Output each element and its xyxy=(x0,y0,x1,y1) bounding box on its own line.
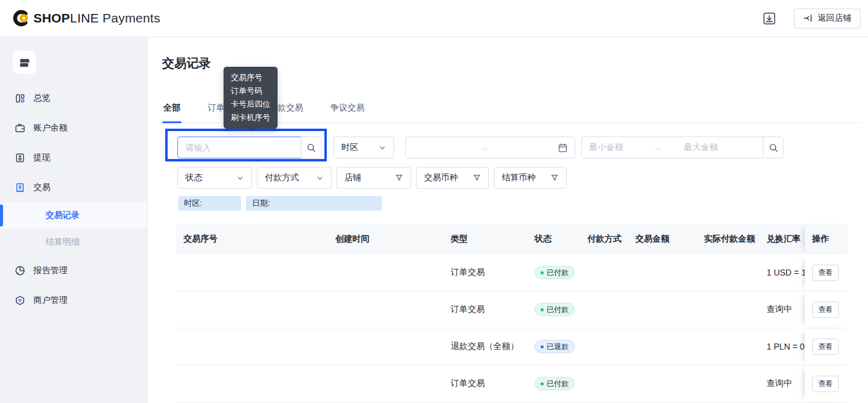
amount-range-input[interactable]: 最小金额 → 最大金额 xyxy=(581,137,764,158)
timezone-tag: 时区: xyxy=(178,196,241,211)
filter-buttons-row: 状态 付款方式 店铺 交易币种 xyxy=(177,167,868,189)
search-filter-row: 时区 → 最小金额 → 最大金额 xyxy=(177,137,868,158)
search-field-tooltip: 交易序号 订单号码 卡号后四位 刷卡机序号 xyxy=(224,67,278,129)
overview-icon xyxy=(15,93,26,104)
shopline-payments-logo: SHOPLINE Payments xyxy=(12,10,160,27)
col-payment-method: 付款方式 xyxy=(580,234,628,245)
calendar-icon xyxy=(558,143,568,153)
cell-type: 订单交易 xyxy=(443,304,527,315)
col-transaction-id: 交易序号 xyxy=(176,234,328,245)
cell-type: 退款交易（全额） xyxy=(443,341,527,352)
tab-all[interactable]: 全部 xyxy=(162,93,182,123)
top-bar: SHOPLINE Payments 返回店铺 xyxy=(0,0,868,37)
sidebar-item-merchant-management[interactable]: 商户管理 xyxy=(0,285,147,315)
amount-search-button[interactable] xyxy=(763,137,784,158)
search-button[interactable] xyxy=(301,137,322,158)
search-input[interactable] xyxy=(177,137,301,158)
sidebar-item-report-management[interactable]: 报告管理 xyxy=(0,256,147,285)
date-tag: 日期: xyxy=(246,196,382,211)
applied-filter-tags: 时区: 日期: xyxy=(178,196,868,211)
cell-exchange-rate: 1 USD = 1. xyxy=(759,268,805,277)
merchant-icon xyxy=(15,295,26,306)
tab-dispute-transactions[interactable]: 争议交易 xyxy=(329,93,366,123)
cell-exchange-rate: 查询中 xyxy=(759,304,805,315)
chevron-down-icon xyxy=(316,174,324,182)
sidebar: 总览 账户余额 提现 交易 xyxy=(0,37,148,403)
exit-icon xyxy=(803,13,813,23)
filter-payment-method[interactable]: 付款方式 xyxy=(257,167,332,189)
download-icon xyxy=(762,11,777,26)
download-button[interactable] xyxy=(759,8,779,29)
store-switcher-button[interactable] xyxy=(13,51,36,74)
sidebar-item-label: 总览 xyxy=(33,93,50,104)
tooltip-line: 刷卡机序号 xyxy=(231,111,270,124)
chevron-down-icon xyxy=(236,174,244,182)
view-button[interactable]: 查看 xyxy=(812,376,839,392)
filter-label: 付款方式 xyxy=(265,172,299,183)
transactions-table: 交易序号 创建时间 类型 状态 付款方式 交易金额 实际付款金额 兑换汇率 操作… xyxy=(176,224,848,402)
min-amount-placeholder: 最小金额 xyxy=(589,142,623,153)
timezone-select-label: 时区 xyxy=(341,142,358,153)
range-arrow: → xyxy=(480,143,488,152)
filter-store[interactable]: 店铺 xyxy=(337,167,411,189)
sidebar-item-label: 结算明细 xyxy=(46,237,80,248)
tooltip-line: 卡号后四位 xyxy=(231,98,270,111)
tooltip-line: 交易序号 xyxy=(231,71,270,84)
sidebar-item-label: 交易记录 xyxy=(46,210,80,221)
view-button[interactable]: 查看 xyxy=(812,302,839,318)
col-exchange-rate: 兑换汇率 xyxy=(759,234,805,245)
wallet-icon xyxy=(15,123,26,134)
status-badge: 已退款 xyxy=(535,340,575,353)
sidebar-item-account-balance[interactable]: 账户余额 xyxy=(0,113,147,143)
table-row: 订单交易 已付款 1 USD = 1. 查看 xyxy=(176,254,848,291)
sidebar-item-transaction-records[interactable]: 交易记录 xyxy=(0,202,147,229)
col-status: 状态 xyxy=(527,234,580,245)
chevron-down-icon xyxy=(378,144,386,152)
timezone-select[interactable]: 时区 xyxy=(333,137,394,158)
date-range-picker[interactable]: → xyxy=(405,137,575,158)
funnel-icon xyxy=(473,174,481,182)
brand-text: SHOPLINE Payments xyxy=(33,11,160,25)
funnel-icon xyxy=(395,174,403,182)
search-icon xyxy=(306,143,316,153)
filter-transaction-currency[interactable]: 交易币种 xyxy=(416,167,489,189)
sidebar-item-label: 报告管理 xyxy=(33,265,67,276)
col-actions: 操作 xyxy=(805,224,848,254)
cell-type: 订单交易 xyxy=(443,267,527,278)
cell-exchange-rate: 1 PLN = 0. xyxy=(759,342,805,351)
cell-exchange-rate: 查询中 xyxy=(759,378,805,389)
back-to-store-button[interactable]: 返回店铺 xyxy=(794,8,861,29)
table-row: 订单交易 已付款 查询中 查看 xyxy=(176,365,848,402)
sidebar-item-overview[interactable]: 总览 xyxy=(0,83,147,113)
sidebar-item-settlement-details[interactable]: 结算明细 xyxy=(0,229,147,256)
sidebar-item-transactions[interactable]: 交易 xyxy=(0,172,147,202)
table-header-row: 交易序号 创建时间 类型 状态 付款方式 交易金额 实际付款金额 兑换汇率 操作 xyxy=(176,224,848,254)
filter-settlement-currency[interactable]: 结算币种 xyxy=(494,167,567,189)
back-to-store-label: 返回店铺 xyxy=(818,13,852,24)
search-icon xyxy=(768,143,779,153)
status-badge: 已付款 xyxy=(535,266,575,279)
sidebar-item-label: 账户余额 xyxy=(33,123,67,134)
funnel-icon xyxy=(550,174,559,182)
table-row: 退款交易（全额） 已退款 1 PLN = 0. 查看 xyxy=(176,328,848,365)
search-group xyxy=(177,137,322,158)
max-amount-placeholder: 最大金额 xyxy=(684,142,718,153)
sidebar-item-label: 提现 xyxy=(33,152,50,163)
storefront-icon xyxy=(19,57,30,69)
status-badge: 已付款 xyxy=(535,303,575,316)
filter-status[interactable]: 状态 xyxy=(177,167,252,189)
pie-chart-icon xyxy=(15,265,26,276)
status-badge: 已付款 xyxy=(535,377,575,390)
sidebar-item-withdrawal[interactable]: 提现 xyxy=(0,143,147,172)
active-indicator-bar xyxy=(0,205,3,226)
view-button[interactable]: 查看 xyxy=(812,265,839,281)
view-button[interactable]: 查看 xyxy=(812,339,839,355)
cell-type: 订单交易 xyxy=(443,378,527,389)
range-arrow: → xyxy=(654,143,662,152)
col-created-time: 创建时间 xyxy=(328,234,443,245)
shopline-logo-icon xyxy=(12,10,29,27)
col-transaction-amount: 交易金额 xyxy=(628,234,697,245)
filter-label: 结算币种 xyxy=(502,172,536,183)
sidebar-item-label: 商户管理 xyxy=(33,295,67,306)
tooltip-line: 订单号码 xyxy=(231,84,270,98)
